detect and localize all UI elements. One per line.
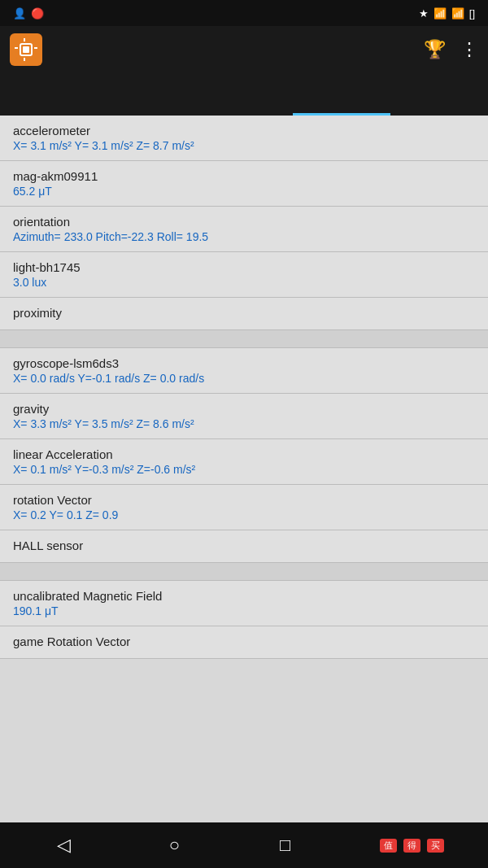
bottom-nav: ◁ ○ □ 值得买 (0, 822, 488, 868)
watermark: 值得买 (377, 839, 444, 853)
sensor-name: orientation (13, 215, 475, 229)
sensor-name: linear Acceleration (13, 447, 475, 461)
home-button[interactable]: ○ (155, 826, 194, 865)
tab-sensors[interactable] (293, 73, 390, 116)
svg-rect-4 (34, 47, 37, 49)
app-icon (10, 33, 42, 66)
sensor-name: HALL sensor (13, 539, 475, 552)
sensor-value: X= 0.0 rad/s Y=-0.1 rad/s Z= 0.0 rad/s (13, 372, 475, 385)
sensor-name: proximity (13, 306, 475, 320)
sensor-row: rotation VectorX= 0.2 Y= 0.1 Z= 0.9 (0, 485, 488, 530)
user-icon: 👤 (13, 7, 26, 20)
sensor-row: gravityX= 3.3 m/s² Y= 3.5 m/s² Z= 8.6 m/… (0, 394, 488, 439)
more-options-icon[interactable]: ⋮ (460, 39, 478, 60)
sensor-spacer-11 (0, 563, 488, 581)
sensor-row: linear AccelerationX= 0.1 m/s² Y=-0.3 m/… (0, 439, 488, 485)
sensor-value: X= 3.1 m/s² Y= 3.1 m/s² Z= 8.7 m/s² (13, 139, 475, 152)
trophy-icon[interactable]: 🏆 (424, 39, 446, 60)
bluetooth-icon: ★ (419, 7, 429, 20)
sensor-value: Azimuth= 233.0 Pitch=-22.3 Roll= 19.5 (13, 230, 475, 243)
status-bar: 👤 🔴 ★ 📶 📶 [] (0, 0, 488, 26)
sensor-row: game Rotation Vector (0, 626, 488, 659)
sensor-name: mag-akm09911 (13, 169, 475, 183)
notification-icon: 🔴 (31, 7, 44, 20)
back-button[interactable]: ◁ (44, 826, 83, 865)
sensor-spacer-5 (0, 330, 488, 348)
sensor-value: 190.1 μT (13, 604, 475, 617)
sensor-row: gyroscope-lsm6ds3X= 0.0 rad/s Y=-0.1 rad… (0, 348, 488, 394)
sensor-row: uncalibrated Magnetic Field190.1 μT (0, 581, 488, 626)
signal-icon: 📶 (451, 7, 464, 20)
status-right: ★ 📶 📶 [] (414, 7, 480, 20)
svg-rect-3 (15, 47, 18, 49)
tab-bar (0, 73, 488, 116)
sensor-value: X= 0.1 m/s² Y=-0.3 m/s² Z=-0.6 m/s² (13, 463, 475, 476)
wifi-icon: 📶 (434, 7, 447, 20)
sensors-content: accelerometerX= 3.1 m/s² Y= 3.1 m/s² Z= … (0, 116, 488, 822)
sensor-row: orientationAzimuth= 233.0 Pitch=-22.3 Ro… (0, 207, 488, 252)
sensor-value: 65.2 μT (13, 185, 475, 198)
sensor-name: rotation Vector (13, 493, 475, 507)
svg-rect-5 (24, 38, 25, 41)
sensor-value: X= 3.3 m/s² Y= 3.5 m/s² Z= 8.6 m/s² (13, 417, 475, 430)
sensor-row: mag-akm0991165.2 μT (0, 161, 488, 207)
tab-thermal[interactable] (195, 73, 293, 116)
app-bar: 🏆 ⋮ (0, 26, 488, 73)
svg-rect-2 (23, 46, 29, 53)
sensor-name: gyroscope-lsm6ds3 (13, 356, 475, 370)
sensor-name: accelerometer (13, 124, 475, 137)
sensor-name: gravity (13, 402, 475, 416)
sensor-name: game Rotation Vector (13, 635, 475, 648)
battery-icon: [] (469, 7, 475, 20)
app-bar-icons: 🏆 ⋮ (424, 39, 478, 60)
svg-rect-6 (24, 58, 25, 61)
tab-system[interactable] (0, 73, 98, 116)
status-left: 👤 🔴 (8, 7, 44, 20)
sensor-value: 3.0 lux (13, 276, 475, 289)
sensor-row: HALL sensor (0, 530, 488, 563)
sensor-row: proximity (0, 298, 488, 330)
sensor-row: accelerometerX= 3.1 m/s² Y= 3.1 m/s² Z= … (0, 116, 488, 161)
tab-battery[interactable] (98, 73, 195, 116)
sensor-name: uncalibrated Magnetic Field (13, 589, 475, 603)
sensor-value: X= 0.2 Y= 0.1 Z= 0.9 (13, 508, 475, 521)
recent-button[interactable]: □ (266, 826, 305, 865)
sensor-name: light-bh1745 (13, 260, 475, 274)
tab-about[interactable] (390, 73, 488, 116)
sensor-row: light-bh17453.0 lux (0, 252, 488, 298)
